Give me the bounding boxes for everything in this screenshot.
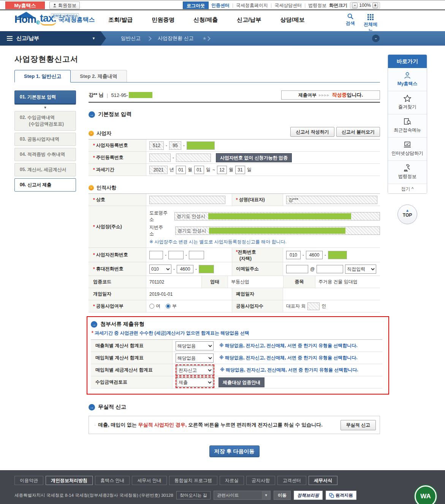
owner-name-readonly: 강*** bbox=[286, 196, 377, 204]
footer-tax-forms[interactable]: 세무서식 bbox=[309, 476, 337, 485]
homephone-part2-input[interactable]: 4600 bbox=[306, 251, 323, 259]
joint-yes-radio[interactable] bbox=[149, 304, 154, 309]
policy-briefing-button[interactable]: 정책브리핑 bbox=[294, 491, 323, 500]
zoom-out-button[interactable]: - bbox=[352, 3, 358, 8]
load-report-button[interactable]: 신고서 불러오기 bbox=[336, 127, 380, 137]
section-title: 첨부서류 제출유형 bbox=[100, 321, 144, 328]
road-address-readonly: 경기도 안성시 bbox=[174, 212, 380, 220]
directions-button[interactable]: 찾아오시는 길 bbox=[176, 491, 211, 499]
nav-inquiry-issue[interactable]: 조회/발급 bbox=[108, 16, 133, 24]
quick-internet-counsel[interactable]: 인터넷상담하기 bbox=[388, 137, 427, 160]
nav-counsel-report[interactable]: 상담/제보 bbox=[280, 16, 305, 24]
tab-step1-general[interactable]: Step 1. 일반신고 bbox=[14, 70, 71, 82]
breadcrumb-collapse-button[interactable]: ⌄ bbox=[372, 35, 380, 42]
sidebar-step-01-basic-info[interactable]: 01. 기본정보 입력 bbox=[14, 90, 76, 104]
member-info-button[interactable]: 회원정보 bbox=[49, 2, 80, 9]
search-button[interactable]: 검색 bbox=[342, 13, 359, 27]
sidebar-step-05-invoices[interactable]: 05. 계산서, 세금계산서 bbox=[14, 163, 76, 176]
joint-no-radio[interactable] bbox=[166, 304, 171, 309]
footer-customer-center[interactable]: 고객센터 bbox=[277, 476, 306, 485]
row-label: 매출처별 계산서 합계표 bbox=[95, 342, 144, 349]
footer-archive[interactable]: 자료실 bbox=[220, 476, 244, 485]
end-day-input[interactable]: 31 bbox=[235, 166, 245, 174]
bizphone-part2-input[interactable] bbox=[168, 251, 184, 259]
footer-terms[interactable]: 이용약관 bbox=[14, 476, 43, 485]
quick-menu-collapse[interactable]: 접기 ^ bbox=[388, 184, 427, 193]
tax-counsel-link[interactable]: 국세상담센터 bbox=[274, 2, 302, 9]
related-sites-select[interactable]: 관련사이트 ▼ bbox=[214, 491, 271, 500]
footer-privacy[interactable]: 개인정보처리방침 bbox=[46, 476, 93, 485]
end-month-input[interactable]: 12 bbox=[217, 166, 227, 174]
go-button[interactable]: 이동 bbox=[274, 491, 291, 500]
purchase-invoice-summary-select[interactable]: 해당없음 bbox=[176, 353, 214, 363]
tab-step2-submissions[interactable]: Step 2. 제출내역 bbox=[71, 70, 127, 82]
quick-my-hometax[interactable]: My홈택스 bbox=[388, 68, 427, 91]
row-label: 공동사업자수 bbox=[236, 303, 263, 309]
quick-recent-menu[interactable]: 최근접속메뉴 bbox=[388, 114, 427, 137]
page-title: 사업장현황신고서 bbox=[14, 54, 78, 64]
write-report-button[interactable]: 신고서 작성하기 bbox=[290, 127, 334, 137]
email-domain-select[interactable]: 직접입력 bbox=[345, 265, 376, 274]
auth-center-link[interactable]: 인증센터 bbox=[211, 2, 230, 9]
no-performance-report-button[interactable]: 무실적 신고 bbox=[340, 420, 376, 430]
footer-tax-office-guide[interactable]: 세무서 안내 bbox=[132, 476, 166, 485]
logout-button[interactable]: 로그아웃 bbox=[183, 2, 209, 9]
nav-civil-cert[interactable]: 민원증명 bbox=[152, 16, 174, 24]
sidebar-step-06-submit[interactable]: 06. 신고서 제출 bbox=[14, 178, 76, 192]
unit-day: 일 bbox=[206, 166, 211, 173]
chevron-down-icon: ▼ bbox=[262, 491, 270, 499]
breadcrumb-root-menu[interactable]: 신고/납부 ▼ bbox=[0, 31, 101, 46]
zoom-in-button[interactable]: + bbox=[372, 3, 378, 8]
separator: | bbox=[232, 3, 233, 8]
hometax-logo[interactable]: 인터넷 납세서비스 Hometax. 국세청홈택스 bbox=[14, 13, 95, 25]
page-content: 사업장현황신고서 Step 1. 일반신고 Step 2. 제출내역 01. 기… bbox=[0, 46, 445, 470]
attachment-note-text: 과세기간 중 사업관련 수수한 (세금)계산서가 없으면 합계표는 해당없음 선… bbox=[95, 330, 249, 336]
target-industry-guide-button[interactable]: 제출대상 업종안내 bbox=[219, 377, 264, 387]
mobile-part2-input[interactable]: 4600 bbox=[177, 265, 193, 273]
subsection-title: 인적사항 bbox=[97, 184, 116, 191]
mobile-prefix-select[interactable]: 010 bbox=[149, 265, 171, 274]
breadcrumb-item-current[interactable]: 사업장현황 신고 bbox=[151, 35, 201, 42]
noperf-text-red: 무실적 사업자인 경우, bbox=[138, 422, 187, 428]
email-id-input[interactable] bbox=[286, 265, 308, 273]
sales-invoice-summary-select[interactable]: 해당없음 bbox=[176, 341, 214, 350]
scroll-top-button[interactable]: ▲ TOP bbox=[397, 204, 417, 224]
my-hometax-button[interactable]: My홈택스 bbox=[5, 2, 45, 9]
row-label: 폐업일자 bbox=[236, 291, 254, 297]
homephone-part1-input[interactable]: 010 bbox=[286, 251, 301, 259]
breadcrumb-item-general[interactable]: 일반신고 bbox=[114, 35, 147, 42]
separator: | bbox=[271, 3, 272, 8]
purchase-tax-invoice-summary-select[interactable]: 전자신고 bbox=[177, 366, 213, 375]
no-biz-number-industry-button[interactable]: 사업자번호 없이 신청가능한 업종 bbox=[216, 153, 292, 162]
row-label: 매입처별 세금계산서 합계표 bbox=[95, 367, 153, 373]
remote-support-button[interactable]: 원격지원 bbox=[326, 491, 356, 500]
sidebar-step-04-evidence[interactable]: 04. 적격증빙 수취내역 bbox=[14, 148, 76, 161]
law-info-link[interactable]: 법령정보 bbox=[308, 2, 326, 9]
quick-law-info[interactable]: 법령정보 bbox=[388, 160, 427, 184]
table-row: *상호 *성명(대표자) 강*** bbox=[89, 194, 380, 206]
section-title: 기본정보 입력 bbox=[98, 111, 131, 118]
save-and-next-button[interactable]: 저장 후 다음이동 bbox=[209, 445, 260, 457]
footer-install-program[interactable]: 통합설치 프로그램 bbox=[169, 476, 217, 485]
quick-favorites[interactable]: 즐겨찾기 bbox=[388, 91, 427, 114]
bizphone-part1-input[interactable] bbox=[149, 251, 163, 259]
biz-reg-no-part2: 95 bbox=[169, 141, 181, 150]
email-domain-input[interactable] bbox=[317, 265, 343, 273]
income-review-select[interactable]: 제출 bbox=[177, 378, 213, 387]
nav-report-pay[interactable]: 신고/납부 bbox=[237, 16, 261, 24]
sidebar-step-03-joint-business[interactable]: 03. 공동사업자내역 bbox=[14, 133, 76, 146]
row-label: 업종코드 bbox=[93, 279, 111, 285]
footer-hometax-guide[interactable]: 홈택스 안내 bbox=[95, 476, 130, 485]
start-month-input[interactable]: 01 bbox=[176, 166, 186, 174]
quick-menu-title: 바로가기 bbox=[388, 55, 427, 68]
footer-notice[interactable]: 공지사항 bbox=[246, 476, 275, 485]
table-row: 수입금액검토표 제출 제출대상 업종안내 bbox=[91, 376, 382, 388]
subsection-title: 사업자 bbox=[97, 130, 111, 137]
bizphone-part3-input[interactable] bbox=[189, 251, 204, 259]
nts-homepage-link[interactable]: 국세청홈페이지 bbox=[236, 2, 268, 9]
business-item-value: 주거용 건물 임대업 bbox=[315, 279, 380, 285]
sidebar-step-02-income[interactable]: 02. 수입금액내역(수입금액검토표) bbox=[14, 111, 76, 131]
table-row: 매입처별 계산서 합계표 해당없음 ※ 해당없음, 전자신고, 전산매체, 서면… bbox=[91, 352, 382, 364]
start-day-input[interactable]: 01 bbox=[194, 166, 204, 174]
nav-apply-submit[interactable]: 신청/제출 bbox=[193, 16, 218, 24]
